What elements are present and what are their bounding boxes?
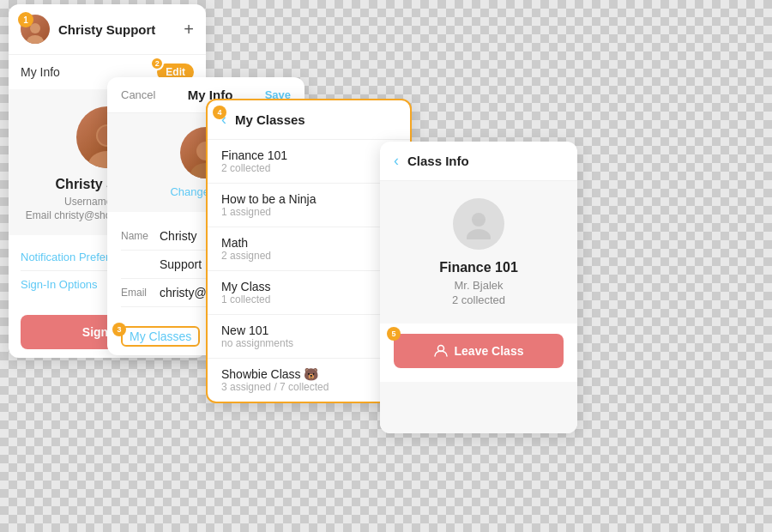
class-sub: 1 collected — [221, 293, 271, 305]
class-info-count: 2 collected — [397, 293, 560, 306]
class-item-info: Showbie Class 🐻 3 assigned / 7 collected — [221, 367, 329, 393]
panel4-body: Finance 101 Mr. Bjalek 2 collected — [380, 181, 577, 323]
class-sub: 1 assigned — [221, 206, 317, 218]
class-avatar-placeholder — [453, 198, 504, 250]
my-info-label: My Info — [21, 65, 60, 79]
step2-badge: 2 — [150, 57, 164, 70]
class-info-name: Finance 101 — [397, 260, 560, 275]
leave-class-icon — [434, 344, 448, 358]
first-name-value[interactable]: Christy — [160, 229, 197, 243]
class-name: Showbie Class 🐻 — [221, 367, 329, 381]
panel-class-info: ‹ Class Info Finance 101 Mr. Bjalek 2 co… — [380, 142, 577, 433]
svg-point-1 — [27, 35, 44, 44]
class-sub: 2 collected — [221, 162, 287, 174]
class-item-info: How to be a Ninja 1 assigned — [221, 192, 317, 218]
panel3-header: 4 ‹ My Classes — [208, 100, 410, 140]
panel4-header: ‹ Class Info — [380, 142, 577, 181]
class-name: Finance 101 — [221, 148, 287, 162]
leave-class-container: 5 Leave Class — [380, 334, 577, 368]
last-name-value[interactable]: Support — [160, 257, 202, 271]
name-label: Name — [121, 230, 160, 242]
svg-point-7 — [472, 213, 486, 227]
plus-icon[interactable]: + — [184, 20, 194, 39]
class-item-info: New 101 no assignments — [221, 323, 293, 349]
step4-badge: 4 — [213, 106, 226, 119]
step1-badge: 1 — [18, 12, 33, 27]
panel1-header: 1 Christy Support + — [9, 4, 206, 55]
class-item-info: Finance 101 2 collected — [221, 148, 287, 174]
class-name: My Class — [221, 280, 271, 293]
back-arrow-icon[interactable]: ‹ — [394, 152, 399, 170]
class-item-info: My Class 1 collected — [221, 280, 271, 305]
svg-point-8 — [467, 229, 491, 239]
cancel-button[interactable]: Cancel — [121, 88, 155, 101]
panel1-username: Christy Support — [58, 22, 175, 37]
panel4-title: Class Info — [407, 154, 469, 168]
class-name: New 101 — [221, 323, 293, 337]
class-name: Math — [221, 236, 271, 250]
class-sub: 2 assigned — [221, 250, 271, 262]
leave-class-button[interactable]: 5 Leave Class — [394, 334, 564, 368]
step5-badge: 5 — [387, 327, 401, 341]
class-info-teacher: Mr. Bjalek — [397, 279, 560, 292]
header-avatar-wrap: 1 — [21, 15, 50, 44]
class-sub: no assignments — [221, 337, 293, 349]
panel3-title: My Classes — [235, 112, 305, 127]
panel4-bottom — [380, 382, 577, 433]
class-item-info: Math 2 assigned — [221, 236, 271, 262]
class-name: How to be a Ninja — [221, 192, 317, 206]
email-label: Email — [121, 287, 160, 299]
step3-badge: 3 — [112, 323, 126, 336]
my-classes-label: My Classes — [121, 326, 200, 347]
class-sub: 3 assigned / 7 collected — [221, 381, 329, 393]
